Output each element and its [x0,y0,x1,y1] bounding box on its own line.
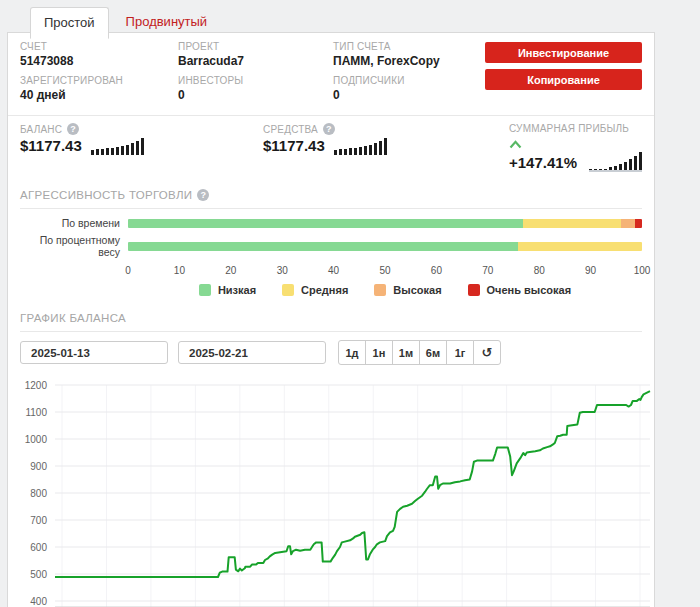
tab-advanced[interactable]: Продвинутый [112,6,222,38]
funds-help-icon[interactable]: ? [323,123,335,135]
account-type-label: ТИП СЧЕТА [333,41,485,52]
spark-bar [374,143,377,155]
aggressiveness-title: АГРЕССИВНОСТЬ ТОРГОВЛИ [20,189,192,201]
spark-bar [379,141,382,155]
account-info-section: СЧЕТ 51473088 ЗАРЕГИСТРИРОВАН 40 дней ПР… [8,33,654,115]
spark-bar [639,152,642,170]
investors-label: ИНВЕСТОРЫ [178,75,333,86]
spark-bar [629,159,632,170]
balance-help-icon[interactable]: ? [67,123,79,135]
account-view-tabs: Простой Продвинутый [30,6,221,38]
svg-text:600: 600 [30,542,47,553]
funds-stat: СРЕДСТВА? $1177.43 [263,123,509,172]
aggressiveness-bar-segment [128,219,523,228]
aggressiveness-axis: 0102030405060708090100 [128,263,642,278]
date-to-input[interactable] [178,341,326,364]
spark-bar [624,162,627,170]
aggressiveness-row-label: По времени [20,217,128,229]
spark-bar [121,146,124,155]
up-trend-icon [509,135,522,153]
axis-tick-label: 60 [431,265,442,276]
profit-value: +147.41% [509,136,580,172]
balance-sparkline [91,137,144,155]
spark-bar [349,148,352,155]
spark-bar [141,138,144,155]
axis-tick-label: 20 [225,265,236,276]
aggressiveness-help-icon[interactable]: ? [197,189,209,201]
spark-bar [614,166,617,170]
aggressiveness-row-label: По процентному весу [20,234,128,258]
registered-label: ЗАРЕГИСТРИРОВАН [20,75,178,86]
legend-swatch [374,284,386,296]
spark-bar [344,149,347,155]
range-1m-button[interactable]: 1м [392,340,420,365]
range-1w-button[interactable]: 1н [365,340,393,365]
range-1y-button[interactable]: 1г [446,340,474,365]
profit-label: СУММАРНАЯ ПРИБЫЛЬ [509,123,629,134]
spark-bar [599,169,602,170]
axis-tick-label: 0 [125,265,131,276]
tab-simple[interactable]: Простой [30,7,109,39]
profit-sparkline [589,152,642,172]
spark-bar [619,164,622,170]
account-number-value: 51473088 [20,54,178,68]
reset-range-button[interactable]: ↺ [473,340,501,365]
spark-bar [136,141,139,155]
spark-bar [359,147,362,155]
legend-swatch [199,284,211,296]
registered-value: 40 дней [20,88,178,102]
stats-row: БАЛАНС? $1177.43 СРЕДСТВА? $1177.43 СУММ… [8,115,654,180]
spark-bar [339,149,342,155]
axis-tick-label: 40 [328,265,339,276]
spark-bar [126,145,129,155]
svg-text:700: 700 [30,515,47,526]
project-field: ПРОЕКТ Barracuda7 [178,41,333,68]
spark-bar [364,146,367,155]
svg-text:1000: 1000 [25,434,48,445]
subscribers-label: ПОДПИСЧИКИ [333,75,485,86]
spark-bar [111,148,114,155]
legend-swatch [282,284,294,296]
aggressiveness-bar-segment [523,219,622,228]
invest-button[interactable]: Инвестирование [485,42,642,63]
spark-bar [131,143,134,155]
legend-label: Низкая [218,284,256,296]
spark-bar [594,169,597,170]
account-number-label: СЧЕТ [20,41,178,52]
funds-label: СРЕДСТВА [263,124,318,135]
range-1d-button[interactable]: 1д [338,340,366,365]
legend-item: Средняя [282,284,348,296]
account-card: СЧЕТ 51473088 ЗАРЕГИСТРИРОВАН 40 дней ПР… [7,32,655,607]
spark-bar [101,149,104,155]
legend-item: Высокая [374,284,441,296]
svg-text:400: 400 [30,596,47,607]
copy-button[interactable]: Копирование [485,69,642,90]
spark-bar [96,149,99,155]
balance-label: БАЛАНС [20,124,62,135]
aggressiveness-bar [128,219,642,228]
axis-tick-label: 80 [534,265,545,276]
spark-bar [369,145,372,155]
account-type-field: ТИП СЧЕТА ПАММ, ForexCopy [333,41,485,68]
date-from-input[interactable] [20,341,168,364]
range-6m-button[interactable]: 6м [419,340,447,365]
aggressiveness-bar-segment [518,242,642,251]
axis-tick-label: 70 [482,265,493,276]
investors-field: ИНВЕСТОРЫ 0 [178,75,333,102]
spark-bar [384,138,387,155]
project-value: Barracuda7 [178,54,333,68]
spark-bar [609,167,612,170]
spark-bar [334,150,337,155]
spark-bar [354,148,357,155]
aggressiveness-bar [128,242,642,251]
legend-label: Средняя [301,284,348,296]
balance-stat: БАЛАНС? $1177.43 [20,123,263,172]
aggressiveness-section: АГРЕССИВНОСТЬ ТОРГОВЛИ ? По времениПо пр… [8,180,654,305]
registered-field: ЗАРЕГИСТРИРОВАН 40 дней [20,75,178,102]
aggressiveness-bar-segment [128,242,518,251]
aggressiveness-legend: НизкаяСредняяВысокаяОчень высокая [128,278,642,305]
svg-text:800: 800 [30,488,47,499]
legend-label: Высокая [393,284,441,296]
aggressiveness-row: По процентному весу [20,234,642,258]
aggressiveness-bar-segment [621,219,634,228]
